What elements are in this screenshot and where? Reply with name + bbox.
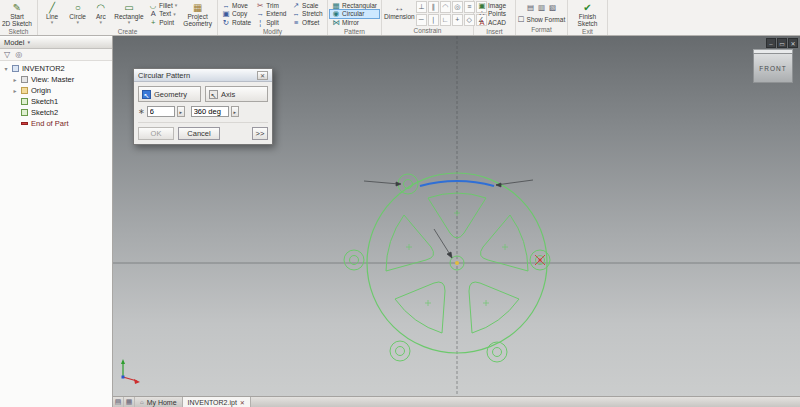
button-label: Image [488, 2, 506, 9]
expander-icon[interactable]: ▸ [12, 76, 18, 83]
concentric-constraint-icon[interactable]: ◎ [452, 1, 463, 13]
perpendicular-constraint-icon[interactable]: ⊥ [416, 1, 427, 13]
show-format-icon: ☐ [518, 15, 525, 24]
start-2d-sketch-button[interactable]: ✎ Start 2D Sketch [2, 1, 32, 27]
browser-header[interactable]: Model ▾ [0, 36, 112, 49]
cancel-button[interactable]: Cancel [178, 127, 220, 140]
offset-icon: ≡ [292, 18, 300, 27]
show-format-button[interactable]: ☐ Show Format [518, 15, 565, 24]
viewcube[interactable]: FRONT [753, 53, 793, 83]
rotate-button[interactable]: ↻ Rotate [220, 18, 253, 27]
restore-icon[interactable]: ▭ [777, 38, 787, 48]
parallel-constraint-icon[interactable]: ∥ [428, 1, 439, 13]
tab-label: INVENTOR2.ipt [188, 399, 237, 406]
pattern-slot[interactable] [395, 282, 445, 333]
pattern-slot[interactable] [469, 282, 519, 333]
fix-constraint-icon[interactable]: ∟ [440, 14, 451, 26]
horizontal-constraint-icon[interactable]: ─ [416, 14, 427, 26]
fillet-button[interactable]: ◡ Fillet ▾ [147, 1, 179, 10]
angle-flyout-icon[interactable]: ▸ [231, 106, 239, 117]
dialog-close-icon[interactable]: ✕ [257, 71, 268, 80]
ribbon-group-create: ╱ Line ▾ ○ Circle ▾ ◠ Arc ▾ ▭ Rectangle … [38, 0, 218, 35]
chevron-down-icon: ▾ [51, 20, 54, 25]
insert-points-button[interactable]: ∴ Points [476, 10, 513, 19]
search-icon[interactable]: ◎ [15, 50, 22, 59]
circular-pattern-button[interactable]: ◉ Circular [330, 10, 379, 19]
insert-image-button[interactable]: ▣ Image [476, 1, 513, 10]
ok-button[interactable]: OK [138, 127, 174, 140]
boss-outer-circle[interactable] [390, 341, 410, 361]
expand-dialog-button[interactable]: >> [252, 127, 268, 140]
copy-button[interactable]: ▣ Copy [220, 10, 253, 19]
move-button[interactable]: ↔ Move [220, 1, 253, 10]
tree-item-label: Sketch1 [31, 97, 58, 106]
boss-inner-circle[interactable] [493, 348, 502, 357]
rectangle-button[interactable]: ▭ Rectangle ▾ [112, 1, 147, 27]
button-label: Mirror [342, 19, 359, 26]
chevron-down-icon: ▾ [27, 39, 30, 45]
split-button[interactable]: ¦ Split [254, 18, 289, 27]
tangent-constraint-icon[interactable]: ◠ [440, 1, 451, 13]
count-input[interactable] [147, 106, 175, 117]
boss-inner-circle[interactable] [396, 347, 405, 356]
insert-acad-button[interactable]: A ACAD [476, 18, 513, 27]
text-button[interactable]: A Text ▾ [147, 10, 179, 19]
tree-item-sketch2[interactable]: Sketch2 [0, 107, 112, 118]
dialog-titlebar[interactable]: Circular Pattern ✕ [134, 69, 272, 82]
stretch-button[interactable]: ↔ Stretch [290, 10, 325, 19]
arc-button[interactable]: ◠ Arc ▾ [91, 1, 110, 27]
boss-circles[interactable] [344, 174, 550, 362]
ribbon-group-insert: ▣ Image ∴ Points A ACAD Insert [474, 0, 516, 35]
tab-my-home[interactable]: ⌂ My Home [135, 397, 183, 407]
offset-button[interactable]: ≡ Offset [290, 18, 325, 27]
circle-button[interactable]: ○ Circle ▾ [65, 1, 90, 27]
button-label: Copy [232, 10, 247, 17]
chevron-down-icon: ▾ [100, 20, 103, 25]
browser-header-label: Model [4, 38, 24, 47]
boss-outer-circle[interactable] [344, 250, 364, 270]
expander-icon[interactable]: ▾ [3, 65, 9, 72]
rectangular-pattern-button[interactable]: ▦ Rectangular [330, 1, 379, 10]
vertical-constraint-icon[interactable]: ∣ [428, 14, 439, 26]
chevron-down-icon: ▾ [76, 20, 79, 25]
point-button[interactable]: + Point [147, 18, 179, 27]
mirror-button[interactable]: ⋈ Mirror [330, 18, 379, 27]
minimize-icon[interactable]: – [766, 38, 776, 48]
layer-format-icon[interactable]: ▥ [538, 3, 546, 12]
extend-button[interactable]: → Extend [254, 10, 289, 19]
tree-item-view-master[interactable]: ▸ View: Master [0, 74, 112, 85]
trim-button[interactable]: ✂ Trim [254, 1, 289, 10]
count-flyout-icon[interactable]: ▸ [177, 106, 185, 117]
expander-icon[interactable]: ▸ [12, 87, 18, 94]
tree-item-root[interactable]: ▾ INVENTOR2 [0, 63, 112, 74]
rotate-icon: ↻ [222, 18, 230, 27]
button-label: Geometry [154, 90, 187, 99]
filter-icon[interactable]: ▽ [4, 50, 10, 59]
tab-label: My Home [147, 399, 177, 406]
button-label: Trim [266, 2, 279, 9]
finish-sketch-button[interactable]: ✔ Finish Sketch [571, 1, 605, 27]
finish-sketch-check-icon: ✔ [583, 2, 591, 13]
tree-item-sketch1[interactable]: Sketch1 [0, 96, 112, 107]
project-geometry-button[interactable]: ▦ Project Geometry [180, 1, 215, 27]
sketch-center-point[interactable] [455, 261, 459, 265]
hatch-format-icon[interactable]: ▧ [549, 3, 557, 12]
close-icon[interactable]: ✕ [788, 38, 798, 48]
angle-input[interactable] [191, 106, 229, 117]
tab-close-icon[interactable]: ✕ [240, 399, 245, 406]
button-label: Start [10, 13, 24, 20]
tree-item-end-of-part[interactable]: End of Part [0, 118, 112, 129]
boss-outer-circle[interactable] [487, 342, 507, 362]
coincident-constraint-icon[interactable]: + [452, 14, 463, 26]
axis-select-button[interactable]: ↖ Axis [205, 86, 268, 102]
line-format-icon[interactable]: ▤ [527, 3, 535, 12]
tab-grid-icon[interactable]: ▦ [124, 397, 135, 407]
chevron-down-icon: ▾ [173, 11, 176, 17]
tree-item-origin[interactable]: ▸ Origin [0, 85, 112, 96]
geometry-select-button[interactable]: ↖ Geometry [138, 86, 201, 102]
line-button[interactable]: ╱ Line ▾ [40, 1, 64, 27]
scale-button[interactable]: ↗ Scale [290, 1, 325, 10]
tab-document[interactable]: INVENTOR2.ipt ✕ [183, 397, 251, 407]
dimension-button[interactable]: ↔ Dimension [384, 1, 415, 26]
tab-list-icon[interactable]: ▤ [113, 397, 124, 407]
